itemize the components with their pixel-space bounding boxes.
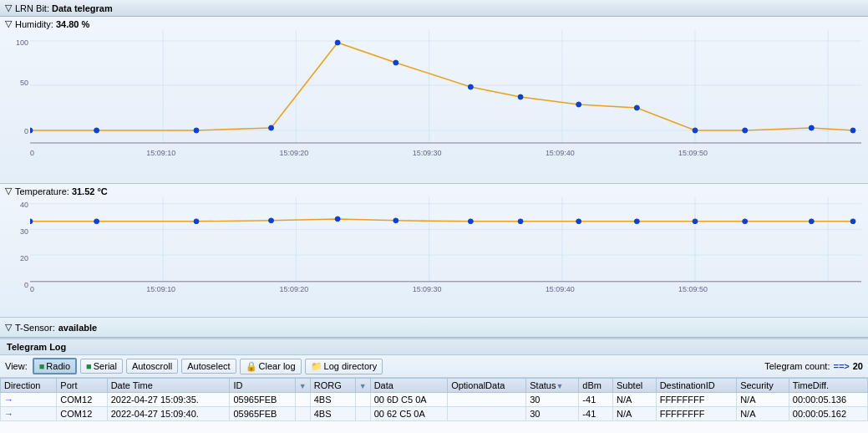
col-dbm[interactable]: dBm [579, 379, 613, 393]
tsensor-bar: ▽ T-Sensor: available [0, 318, 868, 338]
humidity-panel: ▽ Humidity: 34.80 % [0, 17, 868, 184]
cell-port: COM12 [57, 393, 107, 407]
cell-id: 05965FEB [230, 393, 295, 407]
svg-point-19 [634, 105, 639, 110]
svg-point-50 [634, 219, 639, 224]
cell-security: N/A [737, 407, 789, 421]
humidity-chevron-icon[interactable]: ▽ [5, 18, 12, 29]
col-optionaldata[interactable]: OptionalData [448, 379, 526, 393]
log-directory-icon: 📁 [311, 361, 322, 372]
col-destid[interactable]: DestinationID [656, 379, 736, 393]
humidity-y-0: 0 [0, 127, 28, 135]
temperature-panel: ▽ Temperature: 31.52 °C [0, 184, 868, 318]
autoselect-button[interactable]: Autoselect [181, 359, 236, 374]
table-row[interactable]: → COM12 2022-04-27 15:09:35. 05965FEB 4B… [1, 393, 868, 407]
cell-datetime: 2022-04-27 15:09:35. [107, 393, 230, 407]
col-direction[interactable]: Direction [1, 379, 57, 393]
svg-point-23 [850, 128, 855, 133]
svg-text:0: 0 [30, 285, 34, 293]
col-id-flag[interactable]: ▼ [295, 379, 310, 393]
humidity-header: ▽ Humidity: 34.80 % [0, 17, 868, 30]
cell-security: N/A [737, 393, 789, 407]
clear-log-button[interactable]: 🔒 Clear log [240, 359, 302, 374]
cell-datetime: 2022-04-27 15:09:40. [107, 407, 230, 421]
cell-status: 30 [526, 393, 579, 407]
temp-y-40: 40 [0, 201, 28, 209]
col-port[interactable]: Port [57, 379, 107, 393]
svg-point-12 [194, 128, 199, 133]
cell-direction: → [1, 407, 57, 421]
serial-button[interactable]: ■ Serial [80, 359, 123, 374]
svg-point-46 [393, 218, 398, 223]
svg-point-53 [809, 219, 814, 224]
clear-log-icon: 🔒 [246, 361, 257, 372]
cell-timediff: 00:00:05.162 [789, 407, 867, 421]
serial-label: Serial [94, 361, 117, 371]
svg-point-43 [194, 219, 199, 224]
humidity-title: Humidity: 34.80 % [15, 19, 89, 29]
log-table-container[interactable]: Direction Port Date Time ID ▼ RORG ▼ Dat… [0, 378, 868, 433]
cell-rorg-flag [355, 393, 370, 407]
col-datetime[interactable]: Date Time [107, 379, 230, 393]
humidity-y-50: 50 [0, 79, 28, 87]
table-row[interactable]: → COM12 2022-04-27 15:09:40. 05965FEB 4B… [1, 407, 868, 421]
svg-point-22 [809, 125, 814, 130]
temperature-chart-area: 0 15:09:10 15:09:20 15:09:30 15:09:40 15… [0, 197, 868, 306]
col-status[interactable]: Status▼ [526, 379, 579, 393]
cell-dbm: -41 [579, 393, 613, 407]
temp-y-30: 30 [0, 227, 28, 236]
temperature-chevron-icon[interactable]: ▽ [5, 186, 12, 196]
cell-data: 00 6D C5 0A [370, 393, 448, 407]
telegram-count-area: Telegram count: ==> 20 [764, 361, 863, 371]
col-rorg-flag[interactable]: ▼ [355, 379, 370, 393]
humidity-y-100: 100 [0, 38, 28, 47]
radio-button[interactable]: ■ Radio [33, 358, 77, 374]
autoselect-label: Autoselect [187, 361, 230, 371]
svg-point-48 [518, 219, 523, 224]
cell-flag [295, 407, 310, 421]
col-rorg[interactable]: RORG [310, 379, 355, 393]
tsensor-label: T-Sensor: [15, 323, 55, 333]
humidity-chart-area: 0 15:09:10 15:09:20 15:09:30 15:09:40 15… [0, 30, 868, 172]
log-directory-button[interactable]: 📁 Log directory [305, 359, 383, 374]
svg-point-54 [850, 219, 855, 224]
cell-subtel: N/A [613, 393, 657, 407]
svg-point-17 [518, 94, 523, 99]
autoscroll-label: Autoscroll [132, 361, 172, 371]
humidity-svg: 0 15:09:10 15:09:20 15:09:30 15:09:40 15… [30, 30, 861, 164]
cell-subtel: N/A [613, 407, 657, 421]
temperature-svg: 0 15:09:10 15:09:20 15:09:30 15:09:40 15… [30, 197, 861, 298]
col-security[interactable]: Security [737, 379, 789, 393]
svg-text:15:09:20: 15:09:20 [279, 149, 308, 157]
temperature-title: Temperature: 31.52 °C [15, 186, 108, 196]
telegram-count-value: 20 [853, 361, 863, 371]
svg-text:15:09:30: 15:09:30 [413, 149, 442, 157]
svg-point-15 [393, 60, 398, 65]
cell-direction: → [1, 393, 57, 407]
svg-point-41 [30, 219, 33, 224]
svg-point-16 [468, 84, 473, 89]
col-data[interactable]: Data [370, 379, 448, 393]
autoscroll-button[interactable]: Autoscroll [126, 359, 178, 374]
temp-y-20: 20 [0, 254, 28, 262]
svg-text:15:09:50: 15:09:50 [678, 149, 708, 157]
log-table: Direction Port Date Time ID ▼ RORG ▼ Dat… [0, 378, 868, 421]
tsensor-chevron-icon[interactable]: ▽ [5, 322, 12, 333]
radio-label: Radio [46, 361, 70, 371]
col-timediff[interactable]: TimeDiff. [789, 379, 867, 393]
svg-text:15:09:30: 15:09:30 [413, 285, 442, 293]
cell-rorg: 4BS [310, 393, 355, 407]
svg-text:0: 0 [30, 149, 34, 157]
lrn-title: LRN Bit: Data telegram [15, 3, 113, 13]
svg-point-21 [743, 128, 748, 133]
cell-id: 05965FEB [230, 407, 295, 421]
telegram-log-section: Telegram Log View: ■ Radio ■ Serial Auto… [0, 338, 868, 433]
col-subtel[interactable]: Subtel [613, 379, 657, 393]
lrn-chevron-icon[interactable]: ▽ [5, 3, 12, 13]
svg-text:15:09:10: 15:09:10 [146, 149, 175, 157]
cell-rorg-flag [355, 407, 370, 421]
tsensor-status: available [58, 323, 97, 333]
col-id[interactable]: ID [230, 379, 295, 393]
svg-point-20 [693, 128, 698, 133]
temperature-header: ▽ Temperature: 31.52 °C [0, 184, 868, 197]
